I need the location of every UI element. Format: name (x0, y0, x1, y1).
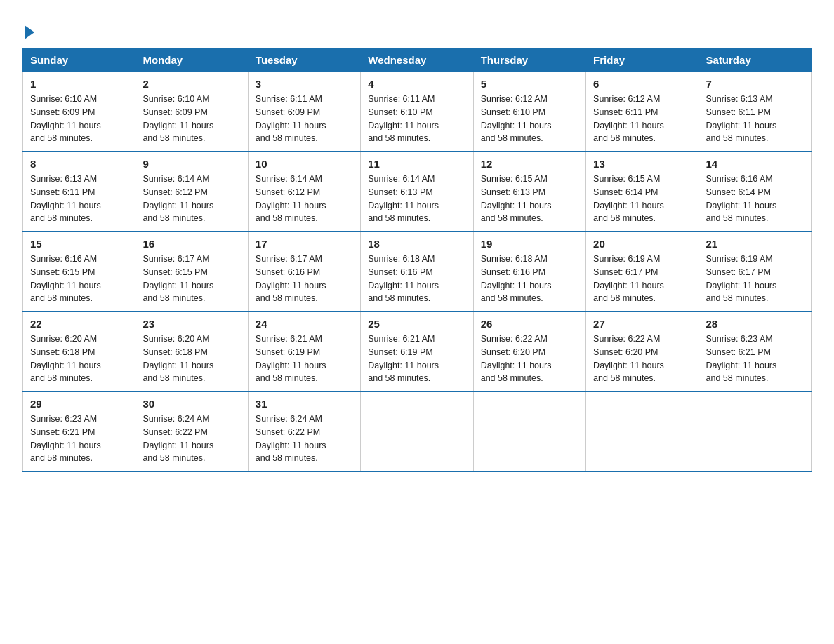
calendar-day-cell: 30 Sunrise: 6:24 AM Sunset: 6:22 PM Dayl… (135, 391, 248, 471)
day-info: Sunrise: 6:18 AM Sunset: 6:16 PM Dayligh… (368, 253, 465, 305)
day-number: 25 (368, 318, 465, 330)
logo (22, 17, 34, 39)
calendar-day-cell: 5 Sunrise: 6:12 AM Sunset: 6:10 PM Dayli… (473, 72, 585, 152)
day-info: Sunrise: 6:17 AM Sunset: 6:15 PM Dayligh… (143, 253, 240, 305)
calendar-day-cell: 27 Sunrise: 6:22 AM Sunset: 6:20 PM Dayl… (586, 311, 699, 391)
calendar-day-cell: 15 Sunrise: 6:16 AM Sunset: 6:15 PM Dayl… (23, 232, 135, 311)
day-of-week-header: Thursday (473, 48, 585, 72)
day-number: 11 (368, 158, 465, 170)
calendar-day-cell (361, 391, 473, 471)
calendar-day-cell: 24 Sunrise: 6:21 AM Sunset: 6:19 PM Dayl… (248, 311, 360, 391)
day-of-week-header: Friday (586, 48, 699, 72)
calendar-day-cell: 9 Sunrise: 6:14 AM Sunset: 6:12 PM Dayli… (135, 152, 248, 232)
calendar-table: SundayMondayTuesdayWednesdayThursdayFrid… (22, 48, 812, 472)
day-number: 4 (368, 78, 465, 90)
day-number: 20 (593, 238, 691, 250)
calendar-day-cell (699, 391, 811, 471)
day-number: 3 (256, 78, 353, 90)
day-number: 13 (593, 158, 691, 170)
day-info: Sunrise: 6:14 AM Sunset: 6:12 PM Dayligh… (256, 173, 353, 225)
calendar-day-cell: 4 Sunrise: 6:11 AM Sunset: 6:10 PM Dayli… (361, 72, 473, 152)
day-number: 15 (30, 238, 128, 250)
day-info: Sunrise: 6:21 AM Sunset: 6:19 PM Dayligh… (256, 333, 353, 385)
calendar-day-cell: 2 Sunrise: 6:10 AM Sunset: 6:09 PM Dayli… (135, 72, 248, 152)
day-of-week-header: Sunday (23, 48, 135, 72)
day-info: Sunrise: 6:16 AM Sunset: 6:14 PM Dayligh… (706, 173, 804, 225)
calendar-header-row: SundayMondayTuesdayWednesdayThursdayFrid… (23, 48, 812, 72)
calendar-day-cell: 8 Sunrise: 6:13 AM Sunset: 6:11 PM Dayli… (23, 152, 135, 232)
day-number: 5 (481, 78, 578, 90)
day-info: Sunrise: 6:11 AM Sunset: 6:10 PM Dayligh… (368, 93, 465, 145)
day-number: 28 (706, 318, 804, 330)
calendar-day-cell: 10 Sunrise: 6:14 AM Sunset: 6:12 PM Dayl… (248, 152, 360, 232)
day-number: 19 (481, 238, 578, 250)
day-number: 26 (481, 318, 578, 330)
calendar-day-cell: 25 Sunrise: 6:21 AM Sunset: 6:19 PM Dayl… (361, 311, 473, 391)
day-info: Sunrise: 6:21 AM Sunset: 6:19 PM Dayligh… (368, 333, 465, 385)
day-number: 16 (143, 238, 240, 250)
day-info: Sunrise: 6:16 AM Sunset: 6:15 PM Dayligh… (30, 253, 128, 305)
day-info: Sunrise: 6:11 AM Sunset: 6:09 PM Dayligh… (256, 93, 353, 145)
day-info: Sunrise: 6:10 AM Sunset: 6:09 PM Dayligh… (30, 93, 128, 145)
day-info: Sunrise: 6:19 AM Sunset: 6:17 PM Dayligh… (706, 253, 804, 305)
day-info: Sunrise: 6:18 AM Sunset: 6:16 PM Dayligh… (481, 253, 578, 305)
day-number: 10 (256, 158, 353, 170)
day-info: Sunrise: 6:24 AM Sunset: 6:22 PM Dayligh… (143, 412, 240, 465)
day-of-week-header: Saturday (699, 48, 811, 72)
day-of-week-header: Tuesday (248, 48, 360, 72)
calendar-week-row: 29 Sunrise: 6:23 AM Sunset: 6:21 PM Dayl… (23, 391, 812, 471)
day-info: Sunrise: 6:20 AM Sunset: 6:18 PM Dayligh… (143, 333, 240, 385)
calendar-day-cell: 31 Sunrise: 6:24 AM Sunset: 6:22 PM Dayl… (248, 391, 360, 471)
calendar-day-cell: 29 Sunrise: 6:23 AM Sunset: 6:21 PM Dayl… (23, 391, 135, 471)
day-info: Sunrise: 6:23 AM Sunset: 6:21 PM Dayligh… (30, 412, 128, 465)
calendar-day-cell: 23 Sunrise: 6:20 AM Sunset: 6:18 PM Dayl… (135, 311, 248, 391)
calendar-day-cell: 20 Sunrise: 6:19 AM Sunset: 6:17 PM Dayl… (586, 232, 699, 311)
calendar-day-cell: 3 Sunrise: 6:11 AM Sunset: 6:09 PM Dayli… (248, 72, 360, 152)
day-info: Sunrise: 6:15 AM Sunset: 6:14 PM Dayligh… (593, 173, 691, 225)
calendar-day-cell: 22 Sunrise: 6:20 AM Sunset: 6:18 PM Dayl… (23, 311, 135, 391)
logo-arrow-icon (25, 25, 34, 39)
day-info: Sunrise: 6:12 AM Sunset: 6:10 PM Dayligh… (481, 93, 578, 145)
calendar-week-row: 1 Sunrise: 6:10 AM Sunset: 6:09 PM Dayli… (23, 72, 812, 152)
day-number: 9 (143, 158, 240, 170)
day-number: 21 (706, 238, 804, 250)
calendar-day-cell: 17 Sunrise: 6:17 AM Sunset: 6:16 PM Dayl… (248, 232, 360, 311)
logo-top (22, 22, 34, 39)
calendar-day-cell: 13 Sunrise: 6:15 AM Sunset: 6:14 PM Dayl… (586, 152, 699, 232)
day-info: Sunrise: 6:23 AM Sunset: 6:21 PM Dayligh… (706, 333, 804, 385)
day-info: Sunrise: 6:10 AM Sunset: 6:09 PM Dayligh… (143, 93, 240, 145)
day-number: 2 (143, 78, 240, 90)
calendar-day-cell: 28 Sunrise: 6:23 AM Sunset: 6:21 PM Dayl… (699, 311, 811, 391)
day-number: 6 (593, 78, 691, 90)
calendar-day-cell (586, 391, 699, 471)
day-number: 27 (593, 318, 691, 330)
day-info: Sunrise: 6:17 AM Sunset: 6:16 PM Dayligh… (256, 253, 353, 305)
calendar-day-cell: 11 Sunrise: 6:14 AM Sunset: 6:13 PM Dayl… (361, 152, 473, 232)
day-info: Sunrise: 6:19 AM Sunset: 6:17 PM Dayligh… (593, 253, 691, 305)
calendar-day-cell: 7 Sunrise: 6:13 AM Sunset: 6:11 PM Dayli… (699, 72, 811, 152)
day-of-week-header: Wednesday (361, 48, 473, 72)
day-info: Sunrise: 6:20 AM Sunset: 6:18 PM Dayligh… (30, 333, 128, 385)
day-number: 8 (30, 158, 128, 170)
day-number: 1 (30, 78, 128, 90)
day-info: Sunrise: 6:13 AM Sunset: 6:11 PM Dayligh… (30, 173, 128, 225)
calendar-day-cell: 14 Sunrise: 6:16 AM Sunset: 6:14 PM Dayl… (699, 152, 811, 232)
day-info: Sunrise: 6:13 AM Sunset: 6:11 PM Dayligh… (706, 93, 804, 145)
calendar-day-cell: 21 Sunrise: 6:19 AM Sunset: 6:17 PM Dayl… (699, 232, 811, 311)
calendar-day-cell: 6 Sunrise: 6:12 AM Sunset: 6:11 PM Dayli… (586, 72, 699, 152)
day-info: Sunrise: 6:14 AM Sunset: 6:13 PM Dayligh… (368, 173, 465, 225)
day-info: Sunrise: 6:12 AM Sunset: 6:11 PM Dayligh… (593, 93, 691, 145)
calendar-week-row: 15 Sunrise: 6:16 AM Sunset: 6:15 PM Dayl… (23, 232, 812, 311)
calendar-week-row: 8 Sunrise: 6:13 AM Sunset: 6:11 PM Dayli… (23, 152, 812, 232)
day-number: 23 (143, 318, 240, 330)
day-number: 12 (481, 158, 578, 170)
calendar-day-cell: 12 Sunrise: 6:15 AM Sunset: 6:13 PM Dayl… (473, 152, 585, 232)
day-number: 7 (706, 78, 804, 90)
day-info: Sunrise: 6:14 AM Sunset: 6:12 PM Dayligh… (143, 173, 240, 225)
day-info: Sunrise: 6:22 AM Sunset: 6:20 PM Dayligh… (481, 333, 578, 385)
calendar-day-cell: 16 Sunrise: 6:17 AM Sunset: 6:15 PM Dayl… (135, 232, 248, 311)
day-of-week-header: Monday (135, 48, 248, 72)
day-info: Sunrise: 6:15 AM Sunset: 6:13 PM Dayligh… (481, 173, 578, 225)
day-info: Sunrise: 6:24 AM Sunset: 6:22 PM Dayligh… (256, 412, 353, 465)
day-number: 31 (256, 398, 353, 410)
